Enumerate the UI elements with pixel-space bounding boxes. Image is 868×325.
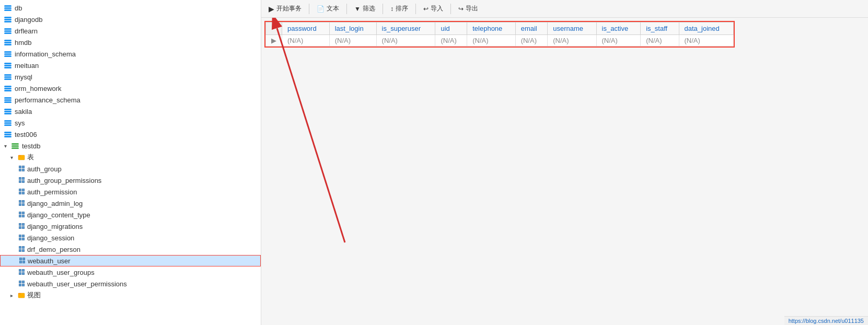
cell-is-staff: (N/A) [641,35,679,47]
sidebar-item-auth-group[interactable]: auth_group [0,163,261,175]
chevron-down-icon: ▾ [4,143,10,149]
col-header-uid[interactable]: uid [435,22,467,35]
sidebar-item-sys[interactable]: sys [0,117,261,129]
sidebar-label: webauth_user_user_permissions [27,280,127,288]
col-header-is-active[interactable]: is_active [596,22,641,35]
export-label: 导出 [466,4,478,13]
filter-button[interactable]: ▼ 筛选 [351,3,378,14]
sort-label: 排序 [396,4,408,13]
col-header-last-login[interactable]: last_login [329,22,376,35]
sidebar-item-performance-schema[interactable]: performance_schema [0,94,261,106]
table-row: ▶ (N/A) (N/A) (N/A) (N/A) (N/A) (N/A) (N… [266,35,734,47]
data-table: password last_login is_superuser uid tel… [265,22,734,47]
sidebar-label: django_migrations [27,223,83,230]
toolbar: ▶ 开始事务 📄 文本 ▼ 筛选 ↕ 排序 ↩ 导入 ↪ 导出 [261,0,868,18]
toolbar-separator [450,4,451,14]
sidebar-label: drflearn [15,27,38,35]
col-header-is-staff[interactable]: is_staff [641,22,679,35]
sidebar-item-views-folder[interactable]: ▸ 视图 [0,289,261,301]
db-icon [4,108,13,115]
sidebar-item-webauth-user-groups[interactable]: webauth_user_groups [0,266,261,278]
begin-transaction-button[interactable]: ▶ 开始事务 [265,3,305,14]
cell-is-active: (N/A) [596,35,641,47]
table-header-row: password last_login is_superuser uid tel… [266,22,734,35]
sidebar-item-meituan[interactable]: meituan [0,60,261,71]
import-icon: ↩ [423,5,429,13]
sidebar-label: django_admin_log [27,200,83,207]
sidebar-item-django-content-type[interactable]: django_content_type [0,209,261,220]
sidebar-label: django_session [27,234,74,242]
status-bar: https://blog.csdn.net/u011135 [784,316,868,325]
sidebar-item-webauth-user[interactable]: webauth_user [0,255,261,266]
table-icon [19,269,25,275]
sidebar-item-django-migrations[interactable]: django_migrations [0,220,261,232]
sidebar-label: performance_schema [15,96,80,104]
sidebar-item-djangodb[interactable]: djangodb [0,14,261,25]
filter-label: 筛选 [363,4,375,13]
sidebar-item-drf-demo-person[interactable]: drf_demo_person [0,243,261,255]
data-table-wrapper: password last_login is_superuser uid tel… [264,21,735,48]
sidebar-label: testdb [22,142,40,150]
sidebar-item-db[interactable]: db [0,2,261,14]
sidebar-label: auth_group [27,165,62,173]
sidebar-label: django_content_type [27,211,90,219]
table-icon [19,212,25,218]
sidebar: db djangodb drflearn hmdb information_sc… [0,0,261,325]
sidebar-label: auth_group_permissions [27,177,101,184]
sidebar-label: sys [15,119,25,127]
table-icon [19,281,25,287]
sidebar-item-auth-group-permissions[interactable]: auth_group_permissions [0,175,261,186]
sidebar-item-auth-permission[interactable]: auth_permission [0,186,261,198]
sidebar-item-tables-folder[interactable]: ▾ 表 [0,152,261,163]
sidebar-label: information_schema [15,50,76,58]
table-folder-icon [18,154,25,161]
sidebar-label: webauth_user [28,257,71,265]
toolbar-separator [346,4,347,14]
col-header-data-joined[interactable]: data_joined [679,22,733,35]
sidebar-label: 表 [27,153,34,162]
sidebar-item-mysql[interactable]: mysql [0,71,261,83]
sidebar-label: mysql [15,73,32,81]
col-header-email[interactable]: email [515,22,548,35]
toolbar-separator [383,4,383,14]
col-header-password[interactable]: password [282,22,330,35]
cell-data-joined: (N/A) [679,35,733,47]
export-button[interactable]: ↪ 导出 [455,3,481,14]
sidebar-label: meituan [15,62,39,69]
table-icon [19,166,25,172]
import-button[interactable]: ↩ 导入 [420,3,446,14]
text-label: 文本 [327,4,339,13]
table-icon [19,200,25,206]
table-area: password last_login is_superuser uid tel… [261,18,868,325]
sidebar-item-hmdb[interactable]: hmdb [0,37,261,48]
sort-button[interactable]: ↕ 排序 [387,3,411,14]
cell-is-superuser: (N/A) [376,35,435,47]
text-icon: 📄 [317,5,325,13]
col-header-username[interactable]: username [548,22,596,35]
sidebar-item-django-session[interactable]: django_session [0,232,261,243]
db-icon [4,119,13,126]
sidebar-item-information-schema[interactable]: information_schema [0,48,261,60]
col-header-is-superuser[interactable]: is_superuser [376,22,435,35]
filter-icon: ▼ [354,5,361,13]
row-indicator-header [266,22,282,35]
db-icon-green [11,142,20,149]
db-icon [4,50,13,57]
text-button[interactable]: 📄 文本 [314,3,342,14]
chevron-down-icon: ▾ [10,155,17,160]
cell-email: (N/A) [515,35,548,47]
svg-line-5 [277,28,345,242]
sidebar-item-testdb[interactable]: ▾ testdb [0,140,261,152]
sidebar-item-webauth-user-user-permissions[interactable]: webauth_user_user_permissions [0,278,261,289]
col-header-telephone[interactable]: telephone [467,22,515,35]
sidebar-item-orm-homework[interactable]: orm_homework [0,83,261,94]
sidebar-item-drflearn[interactable]: drflearn [0,25,261,37]
sidebar-item-test006[interactable]: test006 [0,129,261,140]
view-folder-icon [18,292,25,299]
sidebar-item-sakila[interactable]: sakila [0,106,261,117]
table-icon [19,177,25,183]
table-icon [19,246,25,252]
annotation-arrow [261,18,868,325]
cell-last-login: (N/A) [329,35,376,47]
sidebar-item-django-admin-log[interactable]: django_admin_log [0,198,261,209]
